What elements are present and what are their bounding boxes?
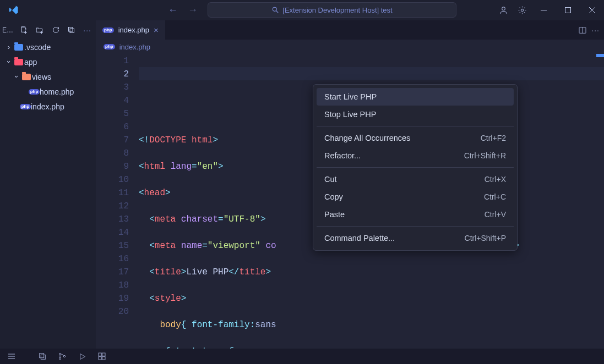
context-menu-item[interactable]: Start Live PHP <box>317 88 514 106</box>
folder-icon <box>14 59 23 65</box>
context-menu-item[interactable]: Change All OccurrencesCtrl+F2 <box>317 129 514 147</box>
context-menu-item[interactable]: PasteCtrl+V <box>317 206 514 223</box>
folder-icon <box>14 44 23 51</box>
php-icon: php <box>104 44 115 49</box>
tree-folder-vscode[interactable]: › .vscode <box>0 40 96 54</box>
command-center[interactable]: [Extension Development Host] test <box>208 2 456 18</box>
line-gutter: 1234567891011121314151617181920 <box>96 54 139 349</box>
svg-rect-25 <box>99 353 101 356</box>
context-menu-shortcut: Ctrl+V <box>485 210 506 219</box>
context-menu-separator <box>317 226 514 227</box>
context-menu-separator <box>317 167 514 168</box>
context-menu-item[interactable]: Command Palette...Ctrl+Shift+P <box>317 229 514 247</box>
explorer-more-icon[interactable]: ··· <box>82 24 92 36</box>
command-center-text: [Extension Development Host] test <box>282 6 392 14</box>
context-menu-label: Copy <box>324 192 343 201</box>
chevron-down-icon: › <box>5 58 13 67</box>
svg-point-23 <box>59 357 61 359</box>
gear-icon[interactable] <box>513 0 531 20</box>
vscode-logo <box>0 5 28 15</box>
account-icon[interactable] <box>494 0 513 20</box>
svg-rect-26 <box>99 357 101 360</box>
nav-back-icon[interactable]: ← <box>168 4 178 16</box>
active-line-highlight <box>139 67 604 80</box>
breadcrumb-file: index.php <box>119 43 150 51</box>
svg-point-0 <box>273 7 277 11</box>
tree-label: views <box>32 73 51 81</box>
context-menu-item[interactable]: Refactor...Ctrl+Shift+R <box>317 147 514 164</box>
close-icon[interactable]: × <box>154 25 159 35</box>
php-icon: php <box>102 27 114 33</box>
svg-rect-20 <box>40 354 44 358</box>
context-menu-separator <box>317 126 514 126</box>
svg-line-1 <box>276 11 279 13</box>
overview-ruler[interactable] <box>596 54 604 349</box>
tree-label: .vscode <box>24 43 51 52</box>
svg-point-3 <box>521 9 523 11</box>
new-folder-icon[interactable] <box>35 24 45 36</box>
tab-bar: php index.php × ··· <box>96 20 604 40</box>
context-menu: Start Live PHPStop Live PHPChange All Oc… <box>313 84 518 251</box>
minimize-button[interactable] <box>531 0 556 20</box>
svg-rect-28 <box>102 353 105 356</box>
menu-icon[interactable] <box>6 350 18 362</box>
breadcrumb[interactable]: php index.php <box>96 40 604 54</box>
context-menu-shortcut: Ctrl+X <box>485 175 506 184</box>
svg-rect-13 <box>69 27 73 32</box>
file-tree: › .vscode › app › views php home.php <box>0 40 96 114</box>
context-menu-label: Command Palette... <box>324 234 395 242</box>
tree-folder-views[interactable]: › views <box>0 69 96 84</box>
context-menu-label: Stop Live PHP <box>324 110 376 119</box>
svg-point-2 <box>502 7 505 10</box>
context-menu-shortcut: Ctrl+F2 <box>481 134 506 142</box>
remote-icon[interactable] <box>36 350 48 362</box>
tree-folder-app[interactable]: › app <box>0 54 96 69</box>
tree-label: index.php <box>31 102 64 111</box>
editor-more-icon[interactable]: ··· <box>591 26 600 35</box>
folder-icon <box>22 74 31 80</box>
tree-label: home.php <box>40 87 74 96</box>
svg-rect-21 <box>41 355 45 359</box>
explorer-title: E… <box>2 26 13 34</box>
new-file-icon[interactable] <box>19 24 29 36</box>
context-menu-label: Refactor... <box>324 151 361 160</box>
explorer-panel: E… ··· › .vscode <box>0 20 96 349</box>
run-icon[interactable] <box>76 350 88 362</box>
close-button[interactable] <box>580 0 604 20</box>
svg-rect-27 <box>102 357 105 360</box>
php-icon: php <box>29 89 40 95</box>
tree-file-index[interactable]: php index.php <box>0 99 96 114</box>
extensions-icon[interactable] <box>96 350 108 362</box>
editor-actions: ··· <box>574 20 604 40</box>
context-menu-item[interactable]: Stop Live PHP <box>317 106 514 123</box>
tree-label: app <box>24 58 37 67</box>
context-menu-shortcut: Ctrl+C <box>484 192 506 201</box>
collapse-icon[interactable] <box>66 24 77 36</box>
context-menu-label: Cut <box>324 175 337 184</box>
overview-marker <box>596 54 604 57</box>
svg-rect-14 <box>70 29 74 33</box>
tree-file-home[interactable]: php home.php <box>0 84 96 99</box>
source-control-icon[interactable] <box>56 350 68 362</box>
svg-rect-8 <box>21 27 25 32</box>
split-editor-icon[interactable] <box>578 26 587 35</box>
title-bar: ← → [Extension Development Host] test <box>0 0 604 20</box>
context-menu-shortcut: Ctrl+Shift+P <box>465 234 506 242</box>
status-bar <box>0 349 604 364</box>
tab-index-php[interactable]: php index.php × <box>96 20 165 40</box>
maximize-button[interactable] <box>556 0 580 20</box>
php-icon: php <box>20 104 31 109</box>
context-menu-item[interactable]: CutCtrl+X <box>317 170 514 188</box>
refresh-icon[interactable] <box>51 24 61 36</box>
explorer-header: E… ··· <box>0 20 96 40</box>
app-window: ← → [Extension Development Host] test <box>0 0 604 364</box>
context-menu-label: Start Live PHP <box>324 92 377 101</box>
svg-point-22 <box>59 353 61 355</box>
search-icon <box>271 6 279 14</box>
context-menu-item[interactable]: CopyCtrl+C <box>317 188 514 206</box>
svg-rect-5 <box>565 7 570 13</box>
context-menu-shortcut: Ctrl+Shift+R <box>464 151 506 160</box>
context-menu-label: Change All Occurrences <box>324 134 410 142</box>
nav-forward-icon[interactable]: → <box>188 4 198 16</box>
chevron-down-icon: › <box>13 73 21 81</box>
